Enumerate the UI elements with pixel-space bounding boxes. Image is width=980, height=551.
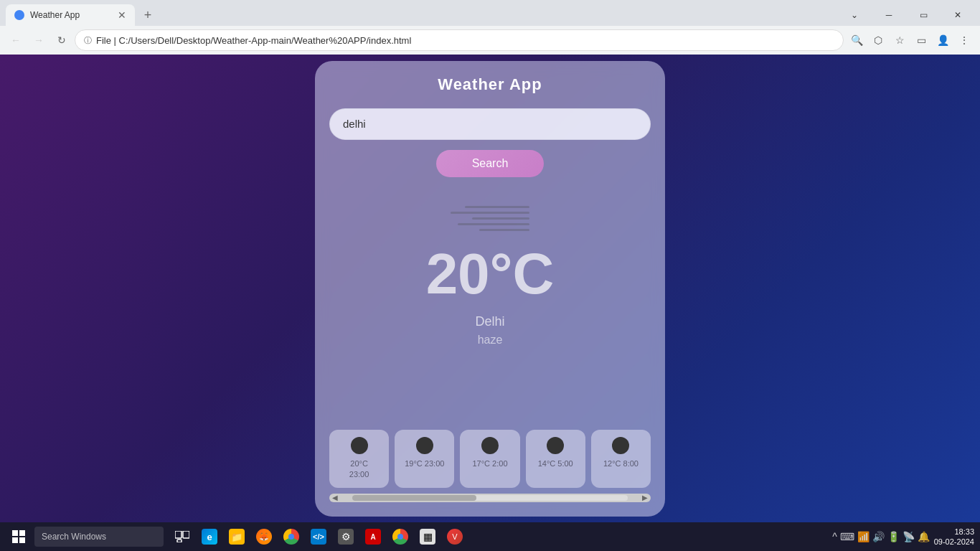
edge-browser-button[interactable]: e — [197, 524, 222, 550]
chrome2-button[interactable] — [387, 524, 413, 550]
keyboard-icon: ⌨ — [840, 531, 854, 542]
weather-card: Weather App Search 20°C Delhi haze 20°C2… — [315, 61, 665, 517]
up-arrow-icon[interactable]: ^ — [832, 531, 837, 542]
tab-title: Weather App — [30, 10, 112, 20]
forecast-item-1: 19°C 23:00 — [395, 430, 454, 488]
browser-chrome: Weather App ✕ + ⌄ ─ ▭ ✕ ← → ↻ ⓘ File | C… — [0, 0, 980, 55]
forecast-icon-1 — [416, 437, 433, 454]
search-icon-btn[interactable]: 🔍 — [847, 30, 867, 50]
profile-icon[interactable]: 👤 — [933, 30, 953, 50]
file-explorer-button[interactable]: 📁 — [224, 524, 250, 550]
forecast-info-4: 12°C 8:00 — [603, 458, 639, 469]
forecast-item-2: 17°C 2:00 — [460, 430, 519, 488]
taskbar-right: ^ ⌨ 📶 🔊 🔋 📡 🔔 18:33 09-02-2024 — [832, 527, 974, 547]
forecast-icon-3 — [547, 437, 564, 454]
start-button[interactable] — [6, 524, 32, 550]
horizontal-scrollbar[interactable]: ◀ ▶ — [329, 494, 651, 502]
back-button[interactable]: ← — [6, 30, 26, 50]
wind-line-5 — [479, 229, 529, 231]
wind-line-4 — [458, 223, 529, 225]
scrollbar-thumb[interactable] — [352, 495, 476, 501]
weather-description: haze — [478, 334, 503, 347]
extension-icon[interactable]: ⬡ — [868, 30, 888, 50]
scroll-left-arrow[interactable]: ◀ — [329, 494, 341, 501]
adobe-button[interactable]: A — [360, 524, 386, 550]
browser-content: Weather App Search 20°C Delhi haze 20°C2… — [0, 55, 980, 522]
menu-icon[interactable]: ⋮ — [954, 30, 974, 50]
wind-line-3 — [472, 217, 529, 220]
chrome-button[interactable] — [278, 524, 304, 550]
forecast-info-1: 19°C 23:00 — [405, 458, 444, 469]
search-button[interactable]: Search — [436, 150, 545, 177]
system-clock[interactable]: 18:33 09-02-2024 — [934, 527, 974, 547]
firefox-button[interactable]: 🦊 — [251, 524, 277, 550]
taskbar-apps: e 📁 🦊 </> ⚙ A — [169, 524, 468, 550]
forecast-info-0: 20°C23:00 — [349, 458, 369, 481]
tab-favicon — [14, 10, 24, 20]
address-bar[interactable]: ⓘ File | C:/Users/Dell/Desktop/Weather-A… — [75, 29, 844, 51]
forecast-icon-4 — [612, 437, 629, 454]
svg-rect-3 — [12, 537, 18, 543]
svg-rect-4 — [19, 537, 25, 543]
svg-rect-6 — [183, 531, 189, 538]
forward-button[interactable]: → — [29, 30, 49, 50]
window-controls: ⌄ ─ ▭ ✕ — [838, 4, 974, 26]
settings-button[interactable]: ⚙ — [333, 524, 359, 550]
app-title: Weather App — [438, 75, 542, 94]
tab-close-button[interactable]: ✕ — [118, 9, 126, 21]
address-prefix: File — [96, 35, 111, 46]
toolbar-icons: 🔍 ⬡ ☆ ▭ 👤 ⋮ — [847, 30, 974, 50]
close-button[interactable]: ✕ — [941, 4, 974, 26]
sidebar-icon[interactable]: ▭ — [911, 30, 931, 50]
address-separator: | — [114, 35, 119, 46]
forecast-info-2: 17°C 2:00 — [472, 458, 507, 469]
bookmark-icon[interactable]: ☆ — [890, 30, 910, 50]
taskbar-search[interactable]: Search Windows — [34, 527, 164, 547]
svg-rect-7 — [177, 540, 182, 542]
scroll-right-arrow[interactable]: ▶ — [639, 494, 651, 501]
address-url: C:/Users/Dell/Desktop/Weather-App-main/W… — [119, 35, 412, 46]
vivaldi-button[interactable]: V — [442, 524, 468, 550]
grid-app-button[interactable]: ▦ — [415, 524, 440, 550]
forecast-strip: 20°C23:00 19°C 23:00 17°C 2:00 14°C 5:00… — [329, 430, 651, 488]
taskview-button[interactable] — [169, 524, 195, 550]
new-tab-button[interactable]: + — [138, 5, 158, 25]
wifi-icon: 📡 — [903, 531, 915, 542]
forecast-icon-2 — [481, 437, 499, 454]
clock-time: 18:33 — [934, 527, 974, 537]
minimize-button[interactable]: ─ — [872, 4, 905, 26]
volume-icon[interactable]: 🔊 — [872, 531, 885, 542]
forecast-icon-0 — [351, 437, 368, 454]
address-bar-row: ← → ↻ ⓘ File | C:/Users/Dell/Desktop/Wea… — [0, 26, 980, 55]
network-icon[interactable]: 📶 — [857, 531, 870, 542]
wind-line-2 — [451, 212, 529, 214]
taskbar: Search Windows e 📁 🦊 — [0, 522, 980, 551]
forecast-item-4: 12°C 8:00 — [591, 430, 651, 488]
tab-bar: Weather App ✕ + ⌄ ─ ▭ ✕ — [0, 0, 980, 26]
vscode-button[interactable]: </> — [306, 524, 331, 550]
svg-rect-5 — [175, 531, 182, 538]
city-search-input[interactable] — [329, 108, 651, 140]
battery-icon: 🔋 — [887, 531, 900, 542]
svg-rect-1 — [12, 530, 18, 536]
forecast-info-3: 14°C 5:00 — [538, 458, 573, 469]
secure-icon: ⓘ — [84, 35, 92, 46]
taskbar-search-text: Search Windows — [42, 532, 106, 542]
tab-list-button[interactable]: ⌄ — [838, 4, 871, 26]
city-name-display: Delhi — [475, 314, 504, 329]
reload-button[interactable]: ↻ — [52, 30, 72, 50]
maximize-button[interactable]: ▭ — [907, 4, 940, 26]
scrollbar-track — [352, 495, 628, 501]
system-tray-icons: ^ ⌨ 📶 🔊 🔋 📡 🔔 — [832, 531, 930, 542]
svg-point-0 — [16, 11, 23, 19]
active-tab[interactable]: Weather App ✕ — [6, 4, 135, 26]
wind-line-1 — [465, 206, 529, 208]
notification-icon[interactable]: 🔔 — [918, 531, 930, 542]
address-text: File | C:/Users/Dell/Desktop/Weather-App… — [96, 35, 834, 46]
clock-date: 09-02-2024 — [934, 537, 974, 547]
forecast-item-3: 14°C 5:00 — [526, 430, 585, 488]
svg-rect-2 — [19, 530, 25, 536]
forecast-item-0: 20°C23:00 — [329, 430, 389, 488]
wind-lines — [451, 206, 529, 231]
temperature-display: 20°C — [426, 245, 555, 303]
